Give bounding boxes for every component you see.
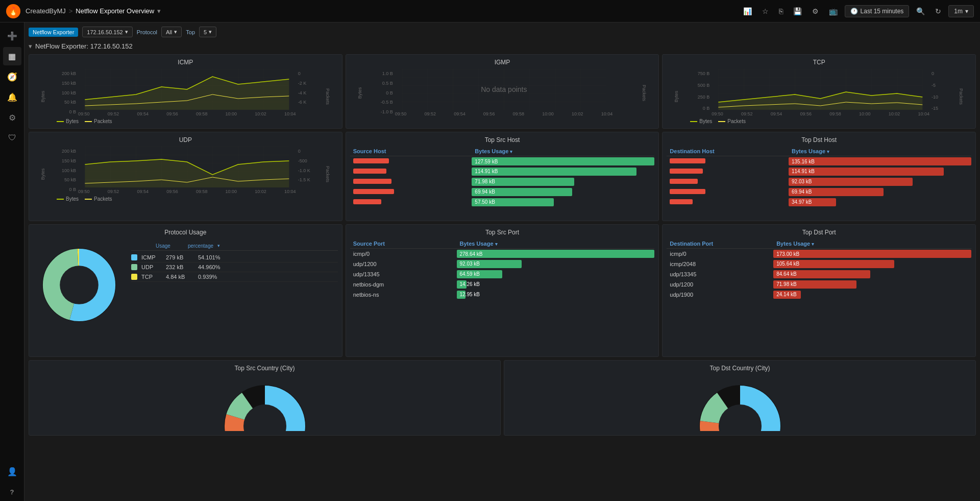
sidebar: ➕ ▦ 🧭 🔔 ⚙ 🛡 👤 ? <box>0 22 24 501</box>
dst-port-bar: 173.00 kB <box>773 249 971 259</box>
src-port-name: udp/13345 <box>350 269 457 279</box>
icmp-legend: Bytes Packets <box>57 118 315 124</box>
dst-host-col2[interactable]: Bytes Usage ▾ <box>789 147 971 156</box>
dst-port-row: icmp/0 173.00 kB <box>667 249 971 259</box>
src-host-cell <box>350 166 472 177</box>
dst-port-name: udp/1900 <box>667 290 773 300</box>
dst-host-row: 114.91 kB <box>667 166 971 177</box>
save-button[interactable]: 💾 <box>790 5 805 17</box>
top-src-port-panel: Top Src Port Source Port Bytes Usage ▾ i… <box>346 224 659 357</box>
sidebar-item-alerts[interactable]: 🔔 <box>3 88 21 106</box>
src-port-col2[interactable]: Bytes Usage ▾ <box>457 239 655 249</box>
settings-button[interactable]: ⚙ <box>809 5 822 17</box>
src-host-row: 69.94 kB <box>350 187 655 197</box>
src-host-cell <box>350 187 472 197</box>
tv-button[interactable]: 📺 <box>826 5 841 17</box>
src-country-donut <box>214 375 316 431</box>
icmp-packets-label: Packets <box>325 88 330 105</box>
dst-host-bar-cell: 135.16 kB <box>789 156 971 166</box>
sidebar-item-profile[interactable]: 👤 <box>3 462 21 481</box>
protocol-title: Protocol Usage <box>33 229 338 236</box>
protocol-color <box>131 264 137 270</box>
src-host-bar-cell: 57.50 kB <box>472 197 654 207</box>
sidebar-item-help[interactable]: ? <box>3 483 21 501</box>
src-port-bar: 12.95 kB <box>457 290 655 300</box>
main-content: Netflow Exporter 172.16.50.152 ▾ Protoco… <box>24 22 980 501</box>
protocol-pct: 44.960% <box>198 264 220 270</box>
top-src-host-table: Source Host Bytes Usage ▾ 127.59 kB 114 <box>350 147 655 207</box>
row-3: Protocol Usage <box>29 224 976 357</box>
src-host-row: 127.59 kB <box>350 156 655 166</box>
src-host-cell <box>350 197 472 207</box>
dst-port-col2[interactable]: Bytes Usage ▾ <box>773 239 971 249</box>
top-nav: 🔥 CreatedByMJ > Netflow Exporter Overvie… <box>0 0 980 22</box>
src-port-bar: 92.03 kB <box>457 259 655 269</box>
src-host-col1[interactable]: Source Host <box>350 147 472 156</box>
dst-host-cell <box>667 166 789 177</box>
top-dst-port-title: Top Dst Port <box>667 229 971 236</box>
section-title: NetFlow Exporter: 172.16.50.152 <box>35 42 133 50</box>
src-port-row: udp/1200 92.03 kB <box>350 259 655 269</box>
top-dropdown[interactable]: 5 ▾ <box>199 27 216 37</box>
netflow-filter-pill[interactable]: Netflow Exporter <box>29 28 78 37</box>
star-button[interactable]: ☆ <box>759 5 772 17</box>
src-port-row: netbios-dgm 14.26 kB <box>350 279 655 290</box>
src-port-row: icmp/0 278.64 kB <box>350 249 655 259</box>
ip-dropdown[interactable]: 172.16.50.152 ▾ <box>82 27 132 37</box>
top-dst-country-title: Top Dst Country (City) <box>508 365 971 372</box>
protocol-donut <box>33 239 125 331</box>
tcp-legend: Bytes Packets <box>690 118 949 124</box>
dst-port-bar: 84.64 kB <box>773 269 971 279</box>
search-button[interactable]: 🔍 <box>913 5 928 17</box>
dashboard-name: Netflow Exporter Overview <box>76 7 154 15</box>
src-port-bar: 64.59 kB <box>457 269 655 279</box>
src-host-col2[interactable]: Bytes Usage ▾ <box>472 147 654 156</box>
protocol-name: UDP <box>141 264 162 270</box>
udp-bytes-label: Bytes <box>40 169 45 180</box>
dst-host-cell <box>667 177 789 187</box>
protocol-pct: 0.939% <box>198 274 217 280</box>
src-port-row: netbios-ns 12.95 kB <box>350 290 655 300</box>
protocol-panel: Protocol Usage <box>29 224 342 357</box>
icmp-panel: ICMP Bytes Packets 200 kB150 kB100 kB50 … <box>29 54 342 129</box>
dst-host-col1[interactable]: Destination Host <box>667 147 789 156</box>
protocol-name: ICMP <box>141 254 162 260</box>
top-dst-port-table: Destination Port Bytes Usage ▾ icmp/0 17… <box>667 239 971 300</box>
share-button[interactable]: ⎘ <box>776 5 786 17</box>
protocol-dropdown[interactable]: All ▾ <box>161 27 182 37</box>
dropdown-arrow[interactable]: ▾ <box>157 7 161 15</box>
tcp-packets-label: Packets <box>959 88 964 105</box>
dst-host-bar-cell: 34.97 kB <box>789 197 971 207</box>
dst-host-cell <box>667 156 789 166</box>
dst-country-donut <box>689 375 791 431</box>
refresh-button[interactable]: ↻ <box>932 5 944 17</box>
row-2: UDP Bytes Packets 200 kB150 kB100 kB50 k… <box>29 132 976 221</box>
top-src-country-panel: Top Src Country (City) <box>29 360 501 436</box>
top-src-host-title: Top Src Host <box>350 136 655 144</box>
top-dst-host-title: Top Dst Host <box>667 136 971 144</box>
sidebar-item-shield[interactable]: 🛡 <box>3 129 21 147</box>
src-host-bar-cell: 71.98 kB <box>472 177 654 187</box>
top-src-port-title: Top Src Port <box>350 229 655 236</box>
igmp-chart: No data points <box>395 69 613 110</box>
row-4: Top Src Country (City) Top Dst Country (… <box>29 360 976 436</box>
udp-legend: Bytes Packets <box>57 196 315 202</box>
dst-port-col1[interactable]: Destination Port <box>667 239 773 249</box>
udp-chart <box>78 147 296 187</box>
section-header: ▾ NetFlow Exporter: 172.16.50.152 <box>29 42 976 50</box>
icmp-bytes-label: Bytes <box>40 91 45 103</box>
sidebar-item-explore[interactable]: 🧭 <box>3 67 21 86</box>
src-port-name: netbios-ns <box>350 290 457 300</box>
add-panel-button[interactable]: 📊 <box>740 5 755 17</box>
icmp-title: ICMP <box>33 59 338 66</box>
time-range-button[interactable]: 🕐 Last 15 minutes <box>845 5 910 17</box>
tcp-panel: TCP Bytes Packets 750 B500 B250 B0 B <box>662 54 976 129</box>
nav-actions: 📊 ☆ ⎘ 💾 ⚙ 📺 🕐 Last 15 minutes 🔍 ↻ 1m ▾ <box>740 5 974 17</box>
sidebar-item-add[interactable]: ➕ <box>3 27 21 45</box>
udp-title: UDP <box>33 136 338 144</box>
dst-host-cell <box>667 197 789 207</box>
sidebar-item-config[interactable]: ⚙ <box>3 108 21 127</box>
sidebar-item-dashboard[interactable]: ▦ <box>3 47 21 65</box>
src-port-col1[interactable]: Source Port <box>350 239 457 249</box>
interval-button[interactable]: 1m ▾ <box>948 5 974 17</box>
